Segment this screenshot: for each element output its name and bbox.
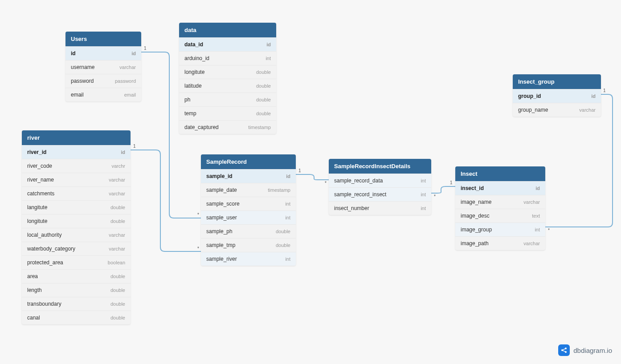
table-row[interactable]: group_namevarchar — [513, 103, 601, 117]
field-type: double — [256, 69, 271, 75]
table-row[interactable]: idid — [65, 46, 141, 60]
svg-text:*: * — [434, 194, 436, 199]
field-name: latitude — [184, 83, 202, 89]
svg-text:*: * — [197, 246, 199, 251]
table-row[interactable]: sample_record_insectint — [329, 187, 431, 201]
field-name: sample_tmp — [206, 242, 235, 248]
table-row[interactable]: sample_datetimestamp — [201, 183, 296, 197]
field-name: sample_record_data — [334, 178, 383, 184]
table-row[interactable]: insect_idid — [455, 181, 545, 195]
table-row[interactable]: canaldouble — [22, 311, 131, 324]
table-row[interactable]: transboundarydouble — [22, 297, 131, 311]
table-row[interactable]: emailemail — [65, 88, 141, 101]
table-row[interactable]: river_idid — [22, 145, 131, 159]
table-row[interactable]: group_idid — [513, 89, 601, 103]
svg-text:*: * — [325, 181, 327, 186]
table-row[interactable]: local_authorityvarchar — [22, 228, 131, 242]
table-row[interactable]: sample_tmpdouble — [201, 238, 296, 252]
field-type: varchar — [109, 191, 125, 196]
table-row[interactable]: tempdouble — [179, 106, 276, 120]
table-row[interactable]: catchmentsvarchar — [22, 186, 131, 200]
field-name: image_path — [461, 240, 489, 247]
svg-text:*: * — [548, 228, 550, 233]
field-name: id — [71, 50, 76, 57]
logo[interactable]: dbdiagram.io — [558, 344, 612, 356]
table-header[interactable]: river — [22, 130, 131, 145]
table-row[interactable]: insect_numberint — [329, 201, 431, 215]
table-row[interactable]: longitutedouble — [179, 65, 276, 79]
field-type: varchar — [523, 199, 540, 205]
field-type: id — [131, 51, 136, 56]
table-header[interactable]: data — [179, 23, 276, 37]
field-name: ph — [184, 97, 190, 103]
field-name: sample_date — [206, 187, 237, 193]
table-row[interactable]: sample_userint — [201, 210, 296, 224]
field-type: int — [421, 206, 426, 211]
table-row[interactable]: sample_scoreint — [201, 197, 296, 210]
field-type: id — [535, 186, 540, 191]
svg-text:1: 1 — [603, 88, 606, 93]
field-name: sample_river — [206, 256, 237, 262]
table-row[interactable]: sample_record_dataint — [329, 174, 431, 187]
field-type: boolean — [108, 260, 125, 265]
table-row[interactable]: image_pathvarchar — [455, 236, 545, 250]
table-row[interactable]: river_codevarchr — [22, 159, 131, 173]
table-header[interactable]: Insect — [455, 166, 545, 181]
table-row[interactable]: latitudedouble — [179, 79, 276, 93]
table-row[interactable]: date_capturedtimestamp — [179, 120, 276, 134]
field-type: double — [276, 243, 290, 248]
svg-text:1: 1 — [450, 180, 453, 185]
field-name: email — [71, 92, 84, 98]
field-type: id — [286, 174, 290, 179]
table-header[interactable]: SampleRecordInsectDetails — [329, 159, 431, 174]
table-row[interactable]: arduino_idint — [179, 51, 276, 65]
table-data[interactable]: datadata_ididarduino_idintlongitutedoubl… — [179, 23, 276, 134]
field-type: double — [256, 83, 271, 89]
table-row[interactable]: sample_idid — [201, 169, 296, 183]
svg-line-13 — [563, 349, 565, 350]
table-row[interactable]: sample_phdouble — [201, 224, 296, 238]
table-row[interactable]: phdouble — [179, 93, 276, 106]
svg-text:1: 1 — [298, 168, 301, 173]
field-type: double — [256, 111, 271, 116]
field-name: temp — [184, 110, 196, 117]
table-samplerecordinsectdetails[interactable]: SampleRecordInsectDetailssample_record_d… — [329, 159, 431, 215]
field-name: sample_score — [206, 201, 240, 207]
table-row[interactable]: protected_areaboolean — [22, 255, 131, 269]
table-row[interactable]: waterbody_categoryvarchar — [22, 242, 131, 255]
table-row[interactable]: usernamevarchar — [65, 60, 141, 74]
table-row[interactable]: areadouble — [22, 269, 131, 283]
field-type: email — [124, 92, 136, 97]
table-insect_group[interactable]: Insect_groupgroup_ididgroup_namevarchar — [513, 74, 601, 117]
field-name: group_name — [518, 107, 548, 113]
table-insect[interactable]: Insectinsect_ididimage_namevarcharimage_… — [455, 166, 545, 250]
table-header[interactable]: Users — [65, 32, 141, 46]
field-type: varchr — [111, 163, 125, 169]
field-name: sample_user — [206, 214, 237, 221]
table-row[interactable]: data_idid — [179, 37, 276, 51]
table-river[interactable]: riverriver_ididriver_codevarchrriver_nam… — [22, 130, 131, 324]
field-name: insect_id — [461, 185, 484, 191]
table-row[interactable]: langitutedouble — [22, 200, 131, 214]
table-users[interactable]: Usersididusernamevarcharpasswordpassword… — [65, 32, 141, 101]
field-type: int — [285, 256, 290, 262]
field-name: arduino_id — [184, 55, 209, 61]
field-type: id — [121, 150, 125, 155]
field-name: area — [27, 273, 38, 279]
table-header[interactable]: SampleRecord — [201, 154, 296, 169]
table-row[interactable]: lengthdouble — [22, 283, 131, 297]
field-type: text — [532, 213, 540, 218]
field-name: sample_ph — [206, 228, 233, 235]
table-samplerecord[interactable]: SampleRecordsample_ididsample_datetimest… — [201, 154, 296, 266]
table-row[interactable]: river_namevarchar — [22, 173, 131, 186]
field-type: double — [110, 205, 125, 210]
table-row[interactable]: longitutedouble — [22, 214, 131, 228]
table-row[interactable]: passwordpassword — [65, 74, 141, 88]
table-row[interactable]: image_namevarchar — [455, 195, 545, 209]
table-row[interactable]: image_groupint — [455, 222, 545, 236]
table-row[interactable]: sample_riverint — [201, 252, 296, 266]
field-type: int — [421, 192, 426, 197]
table-row[interactable]: image_desctext — [455, 209, 545, 222]
table-header[interactable]: Insect_group — [513, 74, 601, 89]
field-name: longitute — [184, 69, 204, 75]
